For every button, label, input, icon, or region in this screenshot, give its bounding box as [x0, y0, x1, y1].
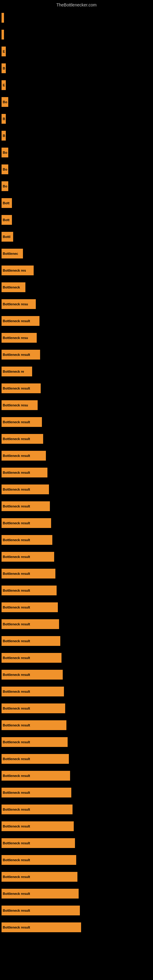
bar-row: Bottleneck result [2, 312, 153, 329]
result-bar: Bottleneck result [2, 636, 60, 646]
result-bar: Bottleneck result [2, 501, 50, 511]
bar-label: Bo [3, 100, 7, 104]
bar-row: Bottleneck result [2, 868, 153, 885]
bar-label: Bottleneck result [3, 504, 30, 508]
bar-row: Bo [2, 161, 153, 178]
result-bar: Bo [2, 181, 8, 191]
result-bar: Bottleneck result [2, 703, 65, 713]
bar-row: B [2, 110, 153, 127]
bar-label: E [3, 49, 5, 53]
bar-label: Bottleneck result [3, 420, 30, 424]
result-bar: Bottleneck result [2, 451, 46, 461]
bar-label: E [3, 83, 5, 87]
bar-row: Bo [2, 178, 153, 194]
bar-label: Bottleneck result [3, 471, 30, 474]
bar-label: Bott [3, 201, 10, 205]
bar-row: Bottleneck result [2, 565, 153, 582]
bar-label: Bottleneck result [3, 488, 30, 491]
bar-row: Bottleneck result [2, 784, 153, 801]
bar-row: Bottleneck result [2, 717, 153, 733]
bar-row: Bottleneck res [2, 262, 153, 279]
bar-label: Bo [3, 185, 7, 188]
result-bar: Bottleneck result [2, 350, 40, 360]
bar-row: Bottleneck result [2, 885, 153, 902]
bar-row: Bottl [2, 228, 153, 245]
bar-label: Bottl [3, 235, 10, 239]
result-bar: Bottleneck result [2, 855, 76, 865]
result-bar: B [2, 114, 6, 124]
bar-label: Bottleneck resu [3, 302, 28, 306]
result-bar: Bott [2, 198, 12, 208]
bar-label: Bottleneck result [3, 538, 30, 542]
bar-row: Bottleneck resu [2, 296, 153, 312]
bar-label: Bottleneck [3, 285, 20, 289]
result-bar: Bo [2, 97, 8, 107]
bar-label: Bottleneck result [3, 656, 30, 660]
bar-row: Bottleneck result [2, 683, 153, 700]
bar-label: Bottleneck result [3, 841, 30, 845]
bar-label: Bottleneck result [3, 521, 30, 525]
result-bar: Bottleneck result [2, 535, 52, 545]
bar-row: Bo [2, 144, 153, 161]
bar-row: Bottleneck [2, 279, 153, 296]
bar-label: Bottleneck result [3, 858, 30, 862]
bar-row: Bottleneck result [2, 632, 153, 649]
bar-label: Bottleneck result [3, 387, 30, 390]
bar-label: Bottleneck result [3, 639, 30, 643]
bar-label: Bottleneck result [3, 926, 30, 929]
result-bar: Bottleneck result [2, 585, 57, 595]
bar-row: Bottleneck result [2, 616, 153, 632]
result-bar: B [2, 131, 6, 140]
bar-row: Bottleneck result [2, 346, 153, 363]
bar-row: Bo [2, 94, 153, 110]
bar-row: Bottlenec [2, 245, 153, 262]
result-bar: Bottleneck result [2, 838, 75, 848]
bar-label: Bottleneck result [3, 706, 30, 710]
bar-row: Bottleneck result [2, 380, 153, 396]
bar-label: Bo [3, 167, 7, 171]
bar-row: Bottleneck result [2, 481, 153, 498]
bar-label: Bottleneck result [3, 437, 30, 441]
bar-row: Bottleneck result [2, 447, 153, 464]
bar-label: Bottleneck result [3, 740, 30, 744]
bar-row: Bottleneck result [2, 818, 153, 835]
bar-row: Bottleneck result [2, 498, 153, 514]
result-bar: Bottleneck result [2, 485, 49, 494]
result-bar: Bottleneck result [2, 670, 63, 679]
bar-label: Bottleneck res [3, 269, 26, 272]
result-bar [2, 30, 4, 40]
bar-row: Bott [2, 211, 153, 228]
bar-label: Bottleneck result [3, 791, 30, 794]
bar-row: Bott [2, 194, 153, 211]
result-bar: Bottleneck result [2, 417, 42, 427]
bar-row: Bottleneck result [2, 649, 153, 666]
result-bar: Bottleneck result [2, 518, 51, 528]
bar-label: Bottleneck result [3, 589, 30, 592]
bar-label: Bottleneck result [3, 723, 30, 727]
bar-row: Bottleneck result [2, 666, 153, 683]
bar-row [2, 26, 153, 43]
result-bar: Bottleneck result [2, 788, 71, 797]
bar-row: Bottleneck result [2, 414, 153, 430]
result-bar: Bottleneck [2, 282, 26, 292]
bar-row: Bottleneck result [2, 750, 153, 767]
bar-label: Bottleneck result [3, 774, 30, 778]
bar-row: Bottleneck re [2, 363, 153, 380]
result-bar: Bottleneck res [2, 266, 33, 275]
result-bar: B [2, 64, 6, 73]
bar-label: Bottleneck result [3, 572, 30, 576]
bar-row: Bottleneck result [2, 902, 153, 919]
bar-label: Bottleneck result [3, 908, 30, 912]
result-bar: Bottleneck result [2, 316, 40, 326]
bar-label: Bott [3, 218, 10, 222]
bar-label: B [3, 67, 5, 70]
bar-label: Bottleneck result [3, 454, 30, 458]
result-bar: Bottleneck result [2, 754, 69, 764]
result-bar: Bottleneck result [2, 602, 58, 612]
result-bar: Bott [2, 215, 12, 225]
result-bar: Bottleneck result [2, 821, 74, 831]
bar-label: Bottleneck result [3, 555, 30, 558]
bar-row: Bottleneck result [2, 801, 153, 818]
result-bar: Bottleneck result [2, 619, 59, 629]
bar-row: Bottleneck result [2, 582, 153, 599]
